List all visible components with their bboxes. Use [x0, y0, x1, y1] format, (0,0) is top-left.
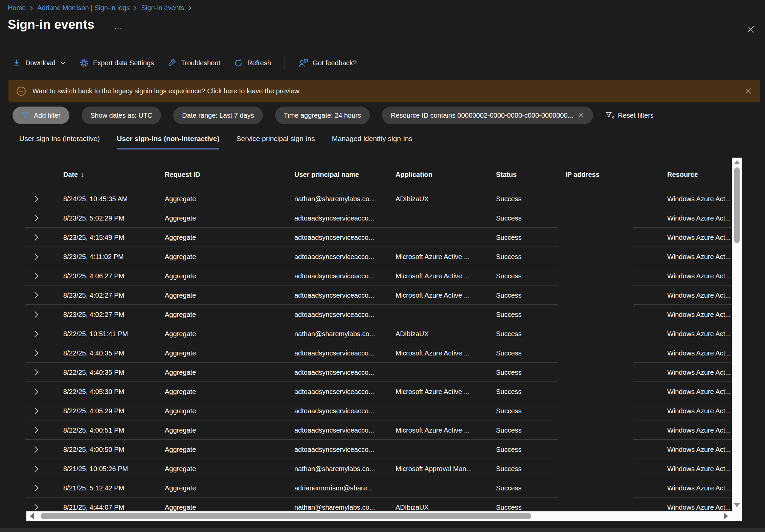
row-expand-chevron-icon[interactable]	[34, 368, 39, 377]
row-expand-chevron-icon[interactable]	[34, 426, 39, 435]
remove-filter-icon[interactable]	[578, 112, 584, 119]
table-row[interactable]: 8/22/25, 4:00:51 PM Aggregate adtoaadsyn…	[0, 420, 765, 440]
vertical-scrollbar[interactable]	[732, 158, 742, 521]
cell-status: Success	[496, 388, 522, 395]
row-expand-chevron-icon[interactable]	[34, 310, 39, 319]
breadcrumb-link-signin-events[interactable]: Sign-in events	[141, 4, 184, 12]
tab-service-principal-signins[interactable]: Service principal sign-ins	[236, 135, 315, 149]
chevron-down-icon	[60, 61, 66, 65]
filter-pill-date-range[interactable]: Date range: Last 7 days	[173, 107, 263, 124]
table-rows: 8/24/25, 10:45:35 AM Aggregate nathan@sh…	[0, 189, 765, 517]
cell-user-principal-name: adtoaadsyncserviceacco...	[294, 388, 374, 395]
row-expand-chevron-icon[interactable]	[34, 503, 39, 512]
table-row[interactable]: 8/22/25, 4:40:35 PM Aggregate adtoaadsyn…	[0, 363, 765, 382]
table-row[interactable]: 8/23/25, 4:11:02 PM Aggregate adtoaadsyn…	[0, 247, 765, 266]
column-header-date[interactable]: Date ↓	[63, 171, 84, 179]
column-header-label: Date	[63, 171, 78, 179]
tab-bar: User sign-ins (interactive) User sign-in…	[19, 135, 412, 149]
cell-resource: Windows Azure Act...	[667, 484, 732, 492]
row-expand-chevron-icon[interactable]	[34, 291, 39, 300]
table-row[interactable]: 8/21/25, 5:12:42 PM Aggregate adrianemor…	[0, 478, 765, 498]
scroll-up-arrow-icon[interactable]	[734, 160, 740, 164]
column-header-request-id[interactable]: Request ID	[165, 171, 200, 179]
tab-user-signins-non-interactive[interactable]: User sign-ins (non-interactive)	[117, 135, 219, 149]
row-expand-chevron-icon[interactable]	[34, 387, 39, 396]
export-data-settings-button[interactable]: Export data Settings	[80, 59, 154, 68]
cell-status: Success	[496, 214, 522, 222]
table-row[interactable]: 8/22/25, 4:05:29 PM Aggregate adtoaadsyn…	[0, 401, 765, 420]
chevron-right-icon	[133, 5, 137, 11]
row-expand-chevron-icon[interactable]	[34, 194, 39, 203]
cell-user-principal-name: adtoaadsyncserviceacco...	[294, 310, 374, 318]
feedback-icon	[298, 59, 308, 68]
filter-pill-show-dates[interactable]: Show dates as: UTC	[82, 107, 161, 124]
filter-bar: Add filter Show dates as: UTC Date range…	[13, 107, 654, 124]
table-row[interactable]: 8/21/25, 10:05:26 PM Aggregate nathan@sh…	[0, 459, 765, 478]
cell-status: Success	[496, 426, 522, 434]
refresh-button[interactable]: Refresh	[234, 59, 271, 68]
download-button[interactable]: Download	[12, 59, 66, 67]
row-expand-chevron-icon[interactable]	[34, 252, 39, 261]
export-data-settings-label: Export data Settings	[93, 59, 154, 67]
wrench-icon	[167, 59, 177, 68]
filter-pill-resource-id[interactable]: Resource ID contains 00000002-0000-0000-…	[382, 107, 593, 124]
column-header-application[interactable]: Application	[396, 171, 432, 179]
row-expand-chevron-icon[interactable]	[34, 214, 39, 223]
vertical-scrollbar-thumb[interactable]	[734, 167, 740, 243]
row-expand-chevron-icon[interactable]	[34, 329, 39, 338]
cell-date: 8/23/25, 4:06:27 PM	[63, 272, 124, 280]
row-expand-chevron-icon[interactable]	[34, 349, 39, 357]
scroll-right-arrow-icon[interactable]	[724, 513, 728, 519]
reset-filter-funnel-icon	[605, 111, 614, 119]
cell-application: Microsoft Azure Active ...	[396, 426, 470, 434]
troubleshoot-button[interactable]: Troubleshoot	[167, 59, 220, 68]
column-header-upn[interactable]: User principal name	[294, 171, 359, 179]
cell-resource: Windows Azure Act...	[667, 445, 732, 453]
row-expand-chevron-icon[interactable]	[34, 484, 39, 492]
reset-filters-button[interactable]: Reset filters	[605, 111, 654, 119]
horizontal-scrollbar-thumb[interactable]	[41, 513, 531, 519]
table-row[interactable]: 8/22/25, 4:00:50 PM Aggregate adtoaadsyn…	[0, 440, 765, 459]
table-row[interactable]: 8/23/25, 4:02:27 PM Aggregate adtoaadsyn…	[0, 285, 765, 305]
scroll-down-arrow-icon[interactable]	[734, 503, 740, 507]
filter-pill-time-aggregate[interactable]: Time aggregate: 24 hours	[275, 107, 370, 124]
add-filter-button[interactable]: Add filter	[13, 107, 69, 124]
column-header-resource[interactable]: Resource	[667, 171, 698, 179]
row-expand-chevron-icon[interactable]	[34, 464, 39, 473]
cell-application: ADIbizaUX	[396, 195, 429, 203]
table-row[interactable]: 8/22/25, 10:51:41 PM Aggregate nathan@sh…	[0, 324, 765, 343]
table-row[interactable]: 8/23/25, 4:02:27 PM Aggregate adtoaadsyn…	[0, 305, 765, 324]
banner-close-icon[interactable]	[744, 87, 753, 95]
horizontal-scrollbar[interactable]	[26, 511, 742, 521]
table-row[interactable]: 8/23/25, 5:02:29 PM Aggregate adtoaadsyn…	[0, 208, 765, 228]
breadcrumb-link-home[interactable]: Home	[8, 4, 26, 12]
cell-resource: Windows Azure Act...	[667, 330, 732, 338]
tab-managed-identity-signins[interactable]: Managed identity sign-ins	[332, 135, 412, 149]
close-page-icon[interactable]	[746, 24, 756, 34]
more-options-button[interactable]: ...	[114, 22, 122, 31]
table-row[interactable]: 8/22/25, 4:05:30 PM Aggregate adtoaadsyn…	[0, 382, 765, 401]
cell-request-id: Aggregate	[165, 503, 196, 511]
column-header-label: Resource	[667, 171, 698, 179]
filter-pill-label: Date range: Last 7 days	[182, 112, 254, 119]
breadcrumb-link-signin-logs[interactable]: Adriane Morrison | Sign-in logs	[37, 4, 130, 12]
cell-status: Success	[496, 445, 522, 453]
cell-request-id: Aggregate	[165, 484, 196, 492]
row-expand-chevron-icon[interactable]	[34, 445, 39, 454]
column-header-ip-address[interactable]: IP address	[565, 171, 600, 179]
row-expand-chevron-icon[interactable]	[34, 233, 39, 242]
table-row[interactable]: 8/24/25, 10:45:35 AM Aggregate nathan@sh…	[0, 189, 765, 208]
cell-user-principal-name: adtoaadsyncserviceacco...	[294, 253, 374, 260]
legacy-preview-banner[interactable]: Want to switch back to the legacy signin…	[8, 80, 760, 102]
row-expand-chevron-icon[interactable]	[34, 272, 39, 280]
scroll-left-arrow-icon[interactable]	[30, 513, 34, 519]
table-row[interactable]: 8/23/25, 4:06:27 PM Aggregate adtoaadsyn…	[0, 266, 765, 285]
got-feedback-button[interactable]: Got feedback?	[298, 59, 357, 68]
cell-date: 8/22/25, 4:40:35 PM	[63, 368, 124, 376]
table-row[interactable]: 8/23/25, 4:15:49 PM Aggregate adtoaadsyn…	[0, 228, 765, 247]
cell-status: Success	[496, 272, 522, 280]
column-header-status[interactable]: Status	[496, 171, 517, 179]
row-expand-chevron-icon[interactable]	[34, 407, 39, 415]
tab-user-signins-interactive[interactable]: User sign-ins (interactive)	[19, 135, 100, 149]
table-row[interactable]: 8/22/25, 4:40:35 PM Aggregate adtoaadsyn…	[0, 343, 765, 363]
